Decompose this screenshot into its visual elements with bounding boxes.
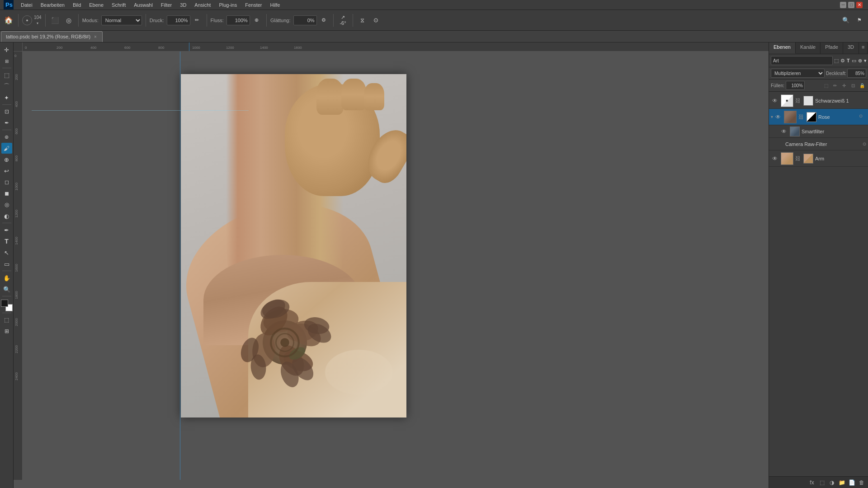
new-group-btn[interactable]: 📁 <box>837 478 846 487</box>
spot-heal-tool[interactable]: ⊛ <box>1 131 12 142</box>
color-swatches[interactable] <box>1 300 13 311</box>
panel-menu-btn[interactable]: ≡ <box>859 42 868 54</box>
modus-select[interactable]: Normal <box>101 15 142 25</box>
eraser-tool[interactable]: ◻ <box>1 177 12 188</box>
quick-mask-btn[interactable]: ⬚ <box>1 314 12 325</box>
layer-settings-camera-raw[interactable]: ⊙ <box>863 141 866 146</box>
lock-all-btn[interactable]: 🔒 <box>858 81 866 89</box>
move-tool[interactable]: ✛ <box>1 44 12 55</box>
filter-pixel-btn[interactable]: ⬚ <box>834 56 839 66</box>
brush-tool[interactable]: 🖌 <box>1 143 12 154</box>
layer-vis-rose[interactable]: 👁 <box>774 113 782 121</box>
marquee-tool[interactable]: ⬚ <box>1 70 12 80</box>
menu-item-bild[interactable]: Bild <box>69 1 85 9</box>
glattung-settings-btn[interactable]: ⚙ <box>318 14 330 26</box>
add-mask-btn[interactable]: ⬚ <box>817 478 826 487</box>
rose-expand-arrow[interactable]: ▾ <box>771 114 773 119</box>
eyedropper-tool[interactable]: ✒ <box>1 117 12 128</box>
druck-input[interactable]: 100% <box>167 15 190 25</box>
lock-artboard-btn[interactable]: ⊡ <box>849 81 857 89</box>
druck-pen-btn[interactable]: ✏ <box>191 14 203 26</box>
layer-item-rose[interactable]: ▾ 👁 ⛓ Rose ⊙ <box>769 109 868 125</box>
symmetry-btn[interactable]: ⧖ <box>357 14 368 26</box>
filter-text-btn[interactable]: T <box>846 56 850 66</box>
screen-mode-btn[interactable]: ⊞ <box>1 326 12 337</box>
layer-item-camera-raw[interactable]: Camera Raw-Filter ⊙ <box>769 138 868 150</box>
menu-item-ansicht[interactable]: Ansicht <box>191 1 214 9</box>
document-tab[interactable]: tattoo.psdc bei 19,2% (Rose, RGB/8#) × <box>1 31 103 42</box>
workspace-btn[interactable]: ⚑ <box>854 14 865 26</box>
magic-wand-tool[interactable]: ✦ <box>1 92 12 103</box>
layers-search-input[interactable] <box>771 56 833 65</box>
layer-vis-schwarzweiss[interactable]: 👁 <box>771 97 779 105</box>
fluss-input[interactable]: 100% <box>226 15 250 25</box>
menu-item-fenster[interactable]: Fenster <box>241 1 265 9</box>
new-fill-layer-btn[interactable]: ◑ <box>827 478 836 487</box>
delete-layer-btn[interactable]: 🗑 <box>857 478 866 487</box>
brush-hardness-btn[interactable]: ⬛ <box>49 14 61 26</box>
panel-tab-3d[interactable]: 3D <box>843 42 859 54</box>
clone-tool[interactable]: ⊕ <box>1 154 12 165</box>
angle-btn[interactable]: ↗ -6° <box>337 14 349 26</box>
menu-item-hilfe[interactable]: Hilfe <box>266 1 283 9</box>
lasso-tool[interactable]: ⌒ <box>1 81 12 92</box>
layer-settings-btn-rose[interactable]: ⊙ <box>859 113 866 121</box>
filter-smart-btn[interactable]: ⊕ <box>858 56 863 66</box>
lock-image-btn[interactable]: ✏ <box>831 81 839 89</box>
filter-more-btn[interactable]: ▾ <box>863 56 867 66</box>
opacity-input[interactable]: 85% <box>847 69 866 78</box>
artboard-tool[interactable]: ⊞ <box>1 56 12 66</box>
menu-item-datei[interactable]: Datei <box>17 1 36 9</box>
dodge-tool[interactable]: ◐ <box>1 211 12 221</box>
zoom-tool[interactable]: 🔍 <box>1 284 12 295</box>
canvas-viewport[interactable] <box>23 52 769 480</box>
menu-item-3d[interactable]: 3D <box>176 1 190 9</box>
blur-tool[interactable]: ◎ <box>1 199 12 210</box>
menu-item-ebene[interactable]: Ebene <box>85 1 107 9</box>
home-button[interactable]: 🏠 <box>3 14 14 26</box>
pen-tool[interactable]: ✒ <box>1 225 12 235</box>
menu-item-plugins[interactable]: Plug-ins <box>215 1 241 9</box>
text-tool[interactable]: T <box>1 236 12 247</box>
maximize-button[interactable]: □ <box>848 2 854 8</box>
panel-tab-ebenen[interactable]: Ebenen <box>769 42 796 54</box>
brush-mode-btn[interactable]: ◎ <box>63 14 75 26</box>
fluss-icon-btn[interactable]: ⊕ <box>251 14 263 26</box>
minimize-button[interactable]: ─ <box>840 2 846 8</box>
history-brush-tool[interactable]: ↩ <box>1 165 12 176</box>
layer-vis-smartfilter[interactable]: 👁 <box>780 127 788 136</box>
menu-item-bearbeiten[interactable]: Bearbeiten <box>37 1 68 9</box>
lock-position-btn[interactable]: ✛ <box>840 81 848 89</box>
new-layer-btn[interactable]: 📄 <box>847 478 856 487</box>
extra-btn[interactable]: ⊙ <box>370 14 382 26</box>
canvas[interactable] <box>181 74 406 418</box>
filter-adjust-btn[interactable]: ⚙ <box>840 56 845 66</box>
brush-preset-picker[interactable]: ● 104▾ <box>22 15 42 26</box>
hand-tool[interactable]: ✋ <box>1 272 12 283</box>
blend-mode-select[interactable]: Multiplizieren <box>771 69 825 78</box>
crop-tool[interactable]: ⊡ <box>1 106 12 117</box>
close-button[interactable]: ✕ <box>856 2 863 8</box>
lock-transparent-btn[interactable]: ⬚ <box>822 81 830 89</box>
layer-item-schwarzweiss[interactable]: 👁 ■ ⛓ Schwarzweiß 1 <box>769 93 868 109</box>
layer-vis-arm[interactable]: 👁 <box>771 155 779 163</box>
menu-item-schrift[interactable]: Schrift <box>108 1 129 9</box>
filter-shape-btn[interactable]: ▭ <box>851 56 857 66</box>
panel-tab-kanale[interactable]: Kanäle <box>796 42 821 54</box>
panel-tab-pfade[interactable]: Pfade <box>821 42 843 54</box>
foreground-color-swatch[interactable] <box>1 300 8 307</box>
menu-item-auswahl[interactable]: Auswahl <box>130 1 156 9</box>
fill-input[interactable] <box>786 81 805 90</box>
path-select-tool[interactable]: ↖ <box>1 247 12 258</box>
menu-item-filter[interactable]: Filter <box>157 1 175 9</box>
shape-tool[interactable]: ▭ <box>1 258 12 269</box>
toolbar-separator-7 <box>333 14 334 27</box>
layer-item-smartfilter[interactable]: 👁 Smartfilter <box>769 125 868 138</box>
layer-item-arm[interactable]: 👁 ⛓ Arm <box>769 150 868 167</box>
gradient-tool[interactable]: ◼ <box>1 188 12 199</box>
glattung-input[interactable]: 0% <box>293 15 317 25</box>
layer-mask-rose <box>807 112 816 122</box>
add-fx-btn[interactable]: fx <box>807 478 816 487</box>
tab-close-btn[interactable]: × <box>93 34 98 40</box>
search-btn[interactable]: 🔍 <box>840 14 852 26</box>
